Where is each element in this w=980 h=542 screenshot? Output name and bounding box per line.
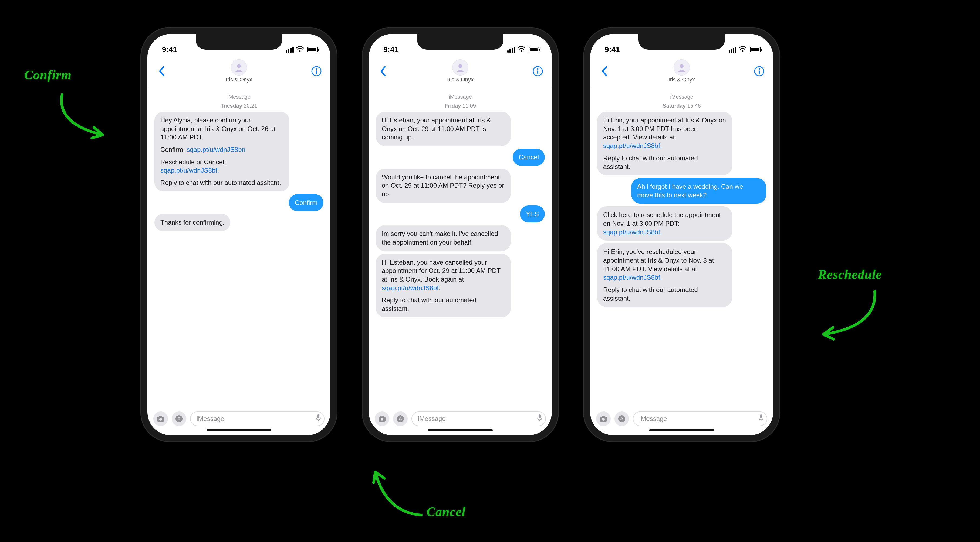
svg-point-7 (159, 418, 162, 421)
phone-mockup-cancel: 9:41Iris & OnyxiMessageFriday 11:09Hi Es… (362, 27, 559, 442)
info-button[interactable] (310, 65, 322, 77)
message-thread[interactable]: iMessageFriday 11:09Hi Esteban, your app… (369, 87, 552, 408)
cell-signal-icon (729, 47, 737, 52)
svg-point-14 (537, 68, 539, 70)
message-input-placeholder: iMessage (418, 415, 446, 423)
message-text: Reply to chat with our automated assista… (382, 296, 478, 312)
message-row: Confirm (154, 194, 323, 211)
back-button[interactable] (156, 65, 167, 77)
phone-notch (196, 34, 282, 50)
svg-rect-31 (760, 414, 762, 418)
annotation-cancel: Cancel (426, 504, 466, 519)
svg-text:A: A (620, 416, 624, 422)
back-button[interactable] (598, 65, 610, 77)
message-bubble-out[interactable]: YES (520, 206, 545, 223)
imessage-label: iMessage (376, 94, 545, 100)
contact-block[interactable]: Iris & Onyx (226, 59, 252, 83)
svg-point-0 (299, 51, 301, 52)
message-input[interactable]: iMessage (190, 412, 325, 426)
message-text: Hi Erin, you've rescheduled your appoint… (603, 248, 716, 273)
message-bubble-out[interactable]: Confirm (289, 194, 323, 211)
message-text: Hi Erin, your appointment at Iris & Onyx… (603, 116, 728, 141)
message-thread[interactable]: iMessageSaturday 15:46Hi Erin, your appo… (590, 87, 773, 408)
dictation-button[interactable] (315, 414, 321, 424)
message-bubble-in[interactable]: Thanks for confirming. (154, 214, 230, 231)
conversation-header: Iris & Onyx (147, 55, 331, 87)
message-bubble-in[interactable]: Im sorry you can't make it. I've cancell… (376, 225, 511, 251)
app-store-button[interactable]: A (172, 412, 186, 426)
home-indicator[interactable] (649, 429, 714, 431)
message-bubble-out[interactable]: Cancel (513, 149, 545, 166)
annotation-confirm: Confirm (24, 67, 72, 82)
phone-screen: 9:41Iris & OnyxiMessageFriday 11:09Hi Es… (369, 34, 552, 435)
message-bubble-in[interactable]: Hi Erin, your appointment at Iris & Onyx… (597, 112, 732, 175)
svg-rect-17 (380, 416, 383, 417)
message-row: Hey Alycia, please confirm your appointm… (154, 112, 323, 192)
message-text: Reschedule or Cancel: (161, 158, 226, 166)
home-indicator[interactable] (428, 429, 493, 431)
contact-avatar-icon (674, 59, 690, 76)
message-link[interactable]: sqap.pt/u/wdnJS8bn (186, 146, 245, 153)
message-thread[interactable]: iMessageTuesday 20:21Hey Alycia, please … (147, 87, 331, 408)
message-link[interactable]: sqap.pt/u/wdnJS8bf. (161, 166, 219, 174)
contact-block[interactable]: Iris & Onyx (447, 59, 474, 83)
camera-button[interactable] (596, 412, 611, 426)
wifi-icon (517, 45, 525, 54)
message-text: Cancel (519, 154, 539, 161)
status-time: 9:41 (605, 45, 620, 54)
message-bubble-in[interactable]: Would you like to cancel the appointment… (376, 168, 511, 203)
message-row: Click here to reschedule the appointment… (597, 206, 766, 241)
message-link[interactable]: sqap.pt/u/wdnJS8bf. (603, 142, 662, 149)
message-row: Hi Esteban, you have cancelled your appo… (376, 254, 545, 317)
message-bubble-in[interactable]: Hey Alycia, please confirm your appointm… (154, 112, 290, 192)
message-bubble-in[interactable]: Hi Esteban, your appointment at Iris & O… (376, 112, 511, 146)
message-row: Thanks for confirming. (154, 214, 323, 231)
composer-bar: AiMessage (147, 412, 331, 426)
message-bubble-in[interactable]: Hi Esteban, you have cancelled your appo… (376, 254, 511, 317)
phone-screen: 9:41Iris & OnyxiMessageSaturday 15:46Hi … (590, 34, 773, 435)
app-store-button[interactable]: A (614, 412, 629, 426)
arrow-cancel-icon (367, 464, 429, 520)
contact-avatar-icon (452, 59, 468, 76)
message-text: Click here to reschedule the appointment… (603, 211, 723, 227)
message-bubble-out[interactable]: Ah i forgot I have a wedding. Can we mov… (631, 178, 766, 204)
message-input-placeholder: iMessage (639, 415, 667, 423)
message-input-placeholder: iMessage (197, 415, 224, 423)
svg-point-29 (602, 418, 605, 421)
message-text: Reply to chat with our automated assista… (603, 155, 700, 170)
svg-point-3 (316, 68, 317, 70)
svg-rect-28 (602, 416, 605, 417)
message-input[interactable]: iMessage (411, 412, 546, 426)
dictation-button[interactable] (537, 414, 542, 424)
camera-button[interactable] (375, 412, 389, 426)
dictation-button[interactable] (758, 414, 764, 424)
message-text: Im sorry you can't make it. I've cancell… (382, 230, 500, 246)
phone-screen: 9:41Iris & OnyxiMessageTuesday 20:21Hey … (147, 34, 331, 435)
svg-rect-9 (317, 414, 320, 418)
message-link[interactable]: sqap.pt/u/wdnJS8bf. (603, 274, 662, 281)
info-button[interactable] (753, 65, 765, 77)
imessage-label: iMessage (597, 94, 766, 100)
svg-rect-26 (759, 70, 760, 74)
message-input[interactable]: iMessage (633, 412, 767, 426)
phone-notch (417, 34, 503, 50)
app-store-button[interactable]: A (393, 412, 408, 426)
svg-point-25 (759, 68, 760, 70)
thread-timestamp: Friday 11:09 (376, 103, 545, 109)
info-button[interactable] (532, 65, 544, 77)
wifi-icon (739, 45, 747, 54)
back-button[interactable] (377, 65, 389, 77)
message-link[interactable]: sqap.pt/u/wdnJS8bf. (603, 228, 662, 236)
contact-block[interactable]: Iris & Onyx (668, 59, 695, 83)
svg-point-18 (381, 418, 383, 421)
home-indicator[interactable] (207, 429, 271, 431)
message-bubble-in[interactable]: Click here to reschedule the appointment… (597, 206, 732, 241)
svg-point-23 (680, 64, 684, 68)
message-link[interactable]: sqap.pt/u/wdnJS8bf. (382, 284, 440, 292)
message-text: Hi Esteban, you have cancelled your appo… (382, 258, 502, 283)
contact-name: Iris & Onyx (226, 76, 252, 83)
message-text: Reply to chat with our automated assitan… (161, 179, 281, 186)
phone-mockup-reschedule: 9:41Iris & OnyxiMessageSaturday 15:46Hi … (583, 27, 780, 442)
camera-button[interactable] (153, 412, 168, 426)
message-bubble-in[interactable]: Hi Erin, you've rescheduled your appoint… (597, 243, 732, 307)
